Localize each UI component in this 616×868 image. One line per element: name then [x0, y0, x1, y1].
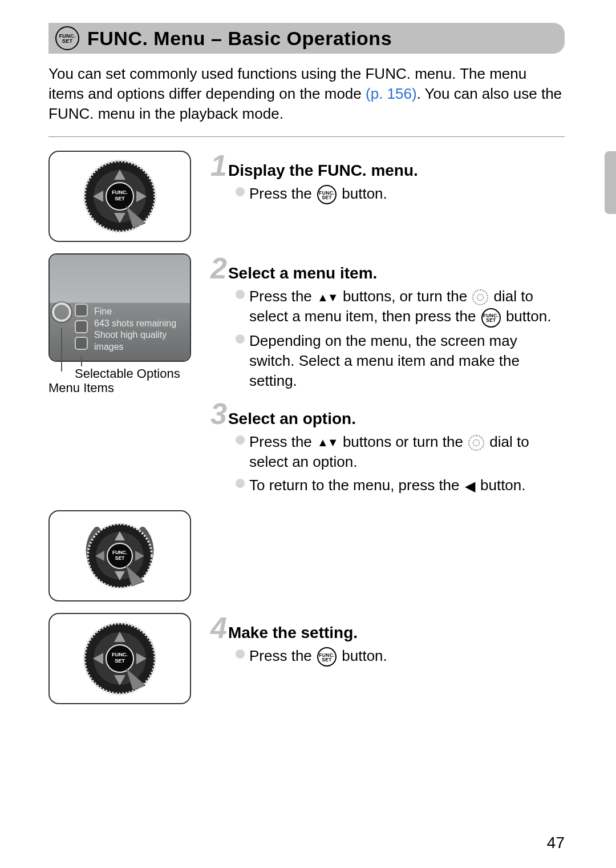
text: button.	[502, 308, 552, 325]
step-num-1: 1	[210, 151, 227, 180]
step-num-2: 2	[210, 253, 227, 283]
page-number: 47	[547, 834, 565, 852]
bullet-icon	[236, 479, 245, 488]
illustration-dial-rotate: FUNC. SET	[48, 510, 191, 601]
text: button.	[338, 647, 387, 664]
text: Press the	[249, 433, 316, 450]
text: Press the	[249, 185, 316, 202]
chapter-tab	[605, 151, 616, 214]
text: buttons or turn the	[339, 433, 467, 450]
func-set-icon: FUNC.SET	[317, 185, 337, 204]
svg-text:FUNC.: FUNC.	[112, 652, 128, 657]
menu-item-icon	[75, 337, 88, 350]
text: Press the	[249, 647, 316, 664]
callout-menu-items: Menu Items	[48, 381, 114, 395]
screen-line: images	[94, 341, 176, 353]
step-title-3: Select an option.	[228, 410, 356, 428]
control-dial-icon	[472, 289, 488, 305]
bullet-icon	[236, 649, 245, 659]
step-title-1: Display the FUNC. menu.	[228, 162, 418, 180]
step2-bullet1: Press the ▲▼ buttons, or turn the dial t…	[236, 286, 565, 327]
bullet-icon	[236, 290, 245, 299]
up-down-arrows-icon: ▲▼	[317, 435, 338, 450]
bullet-icon	[236, 334, 245, 344]
illustration-dial-2: FUNC. SET	[48, 613, 191, 704]
step-title-2: Select a menu item.	[228, 264, 377, 282]
text: Press the	[249, 288, 316, 305]
up-down-arrows-icon: ▲▼	[317, 290, 338, 305]
step3-bullet1: Press the ▲▼ buttons or turn the dial to…	[236, 432, 565, 472]
text: button.	[338, 185, 387, 202]
svg-text:FUNC.: FUNC.	[112, 550, 127, 555]
control-dial-icon	[468, 435, 484, 451]
func-set-icon: FUNC.SET	[481, 308, 501, 328]
left-arrow-icon: ◀	[465, 477, 475, 495]
text: To return to the menu, press the	[249, 477, 464, 494]
step-2-and-3: 2 Select a menu item. Press the ▲▼ butto…	[210, 253, 565, 499]
svg-text:SET: SET	[115, 196, 125, 201]
svg-text:SET: SET	[115, 555, 125, 561]
divider	[48, 136, 565, 137]
illustration-lcd-screen: Fine 643 shots remaining Shoot high qual…	[48, 253, 191, 362]
screen-line: Fine	[94, 306, 176, 317]
bullet-icon	[236, 187, 245, 196]
step-num-4: 4	[210, 613, 227, 643]
intro-text: You can set commonly used functions usin…	[48, 64, 565, 124]
section-header: FUNC. SET FUNC. Menu – Basic Operations	[48, 23, 565, 54]
step-4: 4 Make the setting. Press the FUNC.SET b…	[210, 613, 565, 670]
svg-text:SET: SET	[115, 658, 125, 664]
func-set-icon: FUNC.SET	[317, 647, 337, 667]
bullet-icon	[236, 435, 245, 445]
func-set-icon: FUNC. SET	[55, 26, 79, 50]
step1-bullet1: Press the FUNC.SET button.	[236, 184, 565, 204]
control-dial-icon: FUNC. SET	[77, 616, 163, 701]
screen-line: 643 shots remaining	[94, 318, 176, 329]
func-badge-bottom: SET	[56, 39, 78, 44]
step3-bullet2: To return to the menu, press the ◀ butto…	[236, 475, 565, 495]
control-dial-rotate-icon: FUNC. SET	[77, 513, 163, 599]
screen-line: Shoot high quality	[94, 329, 176, 341]
callout-selectable-options: Selectable Options	[75, 366, 180, 381]
illustration-dial-1: FUNC. SET	[48, 151, 191, 242]
selection-ring-icon	[52, 302, 71, 322]
step2-bullet2: Depending on the menu, the screen may sw…	[236, 331, 565, 391]
svg-text:FUNC.: FUNC.	[112, 189, 128, 195]
control-dial-icon: FUNC. SET	[77, 154, 163, 239]
text: Depending on the menu, the screen may sw…	[249, 331, 565, 391]
step-1: 1 Display the FUNC. menu. Press the FUNC…	[210, 151, 565, 208]
text: buttons, or turn the	[339, 288, 472, 305]
step4-bullet1: Press the FUNC.SET button.	[236, 646, 565, 667]
step-title-4: Make the setting.	[228, 624, 358, 642]
step-num-3: 3	[210, 399, 227, 429]
screen-text-block: Fine 643 shots remaining Shoot high qual…	[94, 306, 176, 353]
text: button.	[476, 477, 526, 494]
callout-leader-line	[61, 328, 62, 372]
page-ref-link[interactable]: (p. 156)	[366, 85, 417, 102]
menu-item-icon	[75, 304, 88, 317]
menu-item-icon	[75, 320, 88, 333]
section-title: FUNC. Menu – Basic Operations	[87, 27, 392, 50]
